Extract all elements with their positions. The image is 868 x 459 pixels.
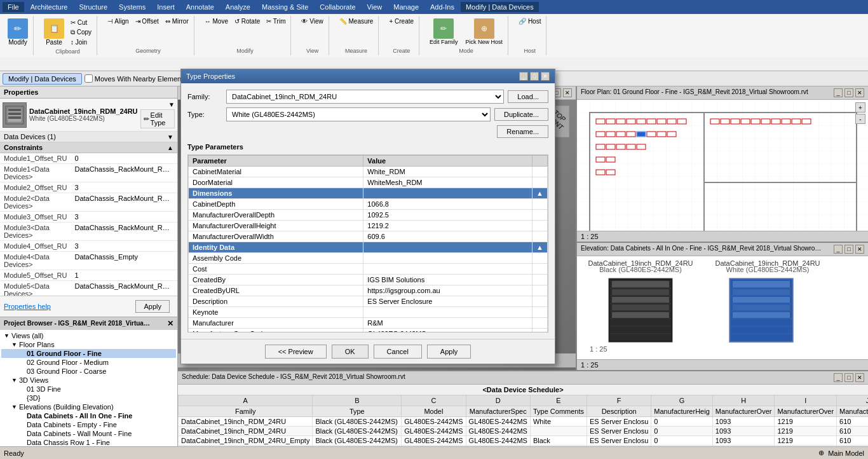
floor-plan-zoom-in[interactable]: + (855, 102, 865, 113)
browser-tree-item[interactable]: {3D} (1, 394, 176, 402)
menu-collaborate[interactable]: Collaborate (315, 2, 360, 12)
copy-button[interactable]: ⧉ Copy (68, 28, 94, 37)
browser-tree-item[interactable]: ▼3D Views (1, 376, 176, 385)
view-3d-close[interactable]: ✕ (563, 88, 572, 97)
dialog-rename-button[interactable]: Rename... (497, 125, 548, 138)
param-value[interactable]: GL480ES-2442MS (363, 329, 532, 333)
param-value[interactable]: ES Server Enclosure (363, 296, 532, 307)
pick-new-host-button[interactable]: ⊕ Pick New Host (463, 17, 506, 46)
edit-type-button[interactable]: ✏ Edit Type (140, 109, 175, 128)
menu-modify-data-devices[interactable]: Modify | Data Devices (461, 2, 539, 12)
menu-view[interactable]: View (362, 2, 388, 12)
properties-help-link[interactable]: Properties help (4, 303, 51, 310)
browser-tree-item[interactable]: Data Cabinets - Wall Mount - Fine (1, 429, 176, 438)
param-value[interactable] (363, 264, 532, 275)
mirror-button[interactable]: ⇔ Mirror (163, 17, 191, 25)
dialog-apply-button[interactable]: Apply (427, 345, 471, 359)
elevation-minimize[interactable]: _ (834, 245, 843, 254)
param-value[interactable]: IGS BIM Solutions (363, 275, 532, 285)
dialog-load-button[interactable]: Load... (508, 90, 548, 103)
browser-tree-item[interactable]: 02 Ground Floor - Medium (1, 358, 176, 367)
edit-family-button[interactable]: ✏ Edit Family (427, 17, 461, 46)
schedule-restore[interactable]: □ (844, 373, 853, 382)
floor-plan-close[interactable]: ✕ (855, 88, 864, 97)
browser-tree-item[interactable]: 01 Ground Floor - Fine (1, 349, 176, 358)
browser-tree-item[interactable]: ▼Elevations (Building Elevation) (1, 402, 176, 411)
svg-rect-3 (8, 113, 21, 115)
data-devices-dropdown[interactable]: ▼ (167, 134, 173, 140)
dialog-family-select[interactable]: DataCabinet_19inch_RDM_24RU (226, 90, 504, 104)
param-value[interactable]: WhiteMesh_RDM (363, 177, 532, 188)
move-button[interactable]: ↔ Move (202, 17, 231, 25)
dialog-preview-button[interactable]: << Preview (265, 345, 327, 359)
floor-plan-content[interactable]: 1 : 25 + - (577, 100, 868, 231)
floor-plan-zoom-out[interactable]: - (855, 114, 865, 124)
modify-data-devices-btn[interactable]: Modify | Data Devices (3, 73, 82, 85)
offset-button[interactable]: ⇥ Offset (133, 17, 161, 25)
browser-tree-item[interactable]: 01 3D Fine (1, 385, 176, 394)
param-value[interactable] (363, 253, 532, 264)
host-button[interactable]: 🔗 Host (516, 17, 543, 25)
elevation-restore[interactable]: □ (844, 245, 853, 254)
floor-plan-minimize[interactable]: _ (834, 88, 843, 97)
tree-item-label: 01 Ground Floor - Fine (27, 350, 102, 357)
properties-apply-button[interactable]: Apply (135, 300, 170, 313)
join-button[interactable]: ↕ Join (68, 38, 94, 46)
param-value[interactable]: R&M (363, 318, 532, 329)
menu-insert[interactable]: Insert (152, 2, 180, 12)
browser-tree-item[interactable]: Data Chassis Row 1 - Fine (1, 438, 176, 447)
type-properties-dialog[interactable]: Type Properties _ □ ✕ Family: DataCabine… (180, 69, 555, 364)
browser-tree-item[interactable]: 03 Ground Floor - Coarse (1, 367, 176, 376)
param-value[interactable]: 609.6 (363, 231, 532, 242)
schedule-cell: Black (GL480ES-2442MS) (313, 436, 402, 446)
menu-annotate[interactable]: Annotate (181, 2, 219, 12)
dialog-minimize[interactable]: _ (519, 72, 528, 81)
params-section-toggle[interactable]: ▲ (532, 242, 548, 253)
param-value[interactable] (363, 307, 532, 318)
measure-button[interactable]: 📏 Measure (337, 17, 376, 25)
params-table-container[interactable]: Parameter Value CabinetMaterialWhite_RDM… (187, 154, 548, 332)
dialog-cancel-button[interactable]: Cancel (374, 345, 422, 359)
param-value[interactable]: 1092.5 (363, 210, 532, 221)
schedule-close[interactable]: ✕ (855, 373, 864, 382)
param-value[interactable]: 1066.8 (363, 199, 532, 210)
dialog-restore[interactable]: □ (530, 72, 539, 81)
elevation-close[interactable]: ✕ (855, 245, 864, 254)
menu-manage[interactable]: Manage (388, 2, 424, 12)
menu-architecture[interactable]: Architecture (25, 2, 73, 12)
dialog-close-button[interactable]: ✕ (541, 72, 550, 81)
menu-massing[interactable]: Massing & Site (257, 2, 313, 12)
create-button[interactable]: + Create (386, 17, 416, 25)
browser-tree-item[interactable]: Data Cabinets - All In One - Fine (1, 411, 176, 420)
param-value[interactable]: 1219.2 (363, 221, 532, 231)
menu-systems[interactable]: Systems (114, 2, 151, 12)
browser-tree-item[interactable]: ▼Floor Plans (1, 340, 176, 349)
dialog-duplicate-button[interactable]: Duplicate... (494, 108, 548, 121)
param-value[interactable]: White_RDM (363, 167, 532, 177)
family-icon (3, 102, 27, 128)
param-value[interactable]: https://igsgroup.com.au (363, 285, 532, 296)
view-button[interactable]: 👁 View (299, 17, 325, 25)
moves-with-nearby-checkbox[interactable] (85, 74, 93, 83)
dialog-type-select[interactable]: White (GL480ES-2442MS) (226, 107, 491, 121)
align-button[interactable]: ⊣ Align (105, 17, 131, 25)
elevation-content[interactable]: DataCabinet_19inch_RDM_24RU Black (GL480… (577, 256, 868, 359)
modify-button[interactable]: ✏ Modify (5, 17, 31, 47)
cut-button[interactable]: ✂ Cut (68, 18, 94, 27)
browser-tree-item[interactable]: ▼Views (all) (1, 331, 176, 340)
menu-add-ins[interactable]: Add-Ins (425, 2, 459, 12)
menu-file[interactable]: File (3, 2, 24, 12)
dialog-ok-button[interactable]: OK (332, 345, 369, 359)
rotate-button[interactable]: ↺ Rotate (232, 17, 262, 25)
params-section-toggle[interactable]: ▲ (532, 188, 548, 199)
selector-dropdown[interactable]: ▼ (168, 101, 175, 108)
schedule-minimize[interactable]: _ (834, 373, 843, 382)
browser-tree-item[interactable]: Data Cabinets - Empty - Fine (1, 420, 176, 429)
menu-analyze[interactable]: Analyze (220, 2, 255, 12)
paste-button[interactable]: 📋 Paste (41, 17, 67, 47)
trim-button[interactable]: ✂ Trim (264, 17, 288, 25)
menu-structure[interactable]: Structure (74, 2, 112, 12)
floor-plan-restore[interactable]: □ (844, 88, 853, 97)
browser-close-button[interactable]: ✕ (167, 319, 173, 328)
constraints-section-header[interactable]: Constraints ▲ (0, 142, 177, 153)
